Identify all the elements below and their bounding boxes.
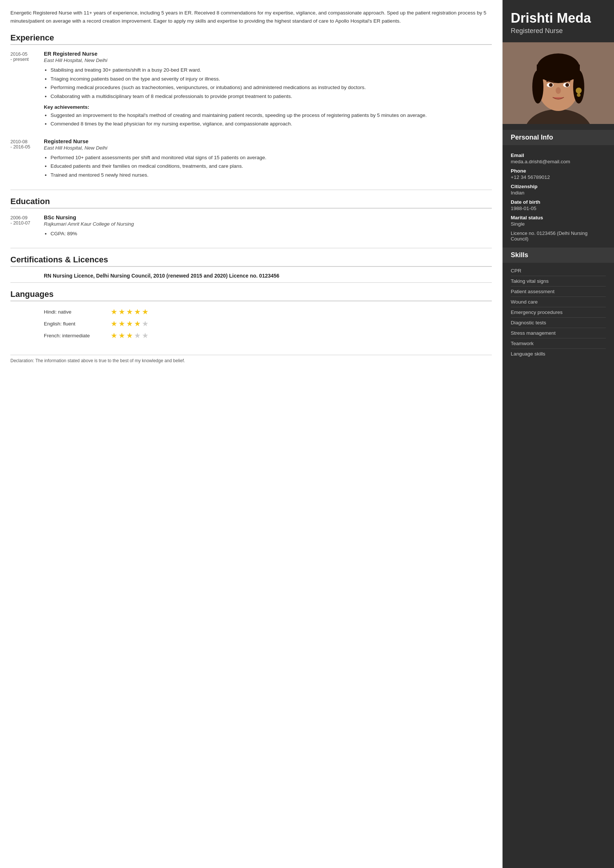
experience-entry-2: 2010-08- 2016-05 Registered Nurse East H…	[10, 138, 492, 182]
left-column: Energetic Registered Nurse with 11+ year…	[0, 0, 502, 868]
experience-content-1: ER Registered Nurse East Hill Hospital, …	[44, 51, 492, 131]
photo-placeholder	[502, 42, 614, 124]
languages-section-title: Languages	[10, 290, 492, 301]
bullet: Trained and mentored 5 newly hired nurse…	[51, 171, 492, 179]
star-empty: ★	[142, 331, 149, 340]
language-name-2: English: fluent	[44, 321, 111, 327]
experience-title-1: ER Registered Nurse	[44, 51, 492, 57]
language-name-3: French: intermediate	[44, 333, 111, 338]
svg-point-14	[577, 93, 581, 97]
cert-date	[10, 273, 44, 279]
achievement-bullet: Commended 8 times by the lead physician …	[51, 120, 492, 128]
divider	[10, 190, 492, 190]
language-row-2: English: fluent ★ ★ ★ ★ ★	[10, 319, 492, 328]
star-filled: ★	[111, 307, 117, 316]
achievements-bullets-1: Suggested an improvement to the hospital…	[44, 111, 492, 128]
profile-name-block: Drishti Meda Registered Nurse	[502, 0, 614, 42]
skill-item-2: Patient assessment	[511, 287, 606, 297]
bullet: Triaging incoming patients based on the …	[51, 75, 492, 83]
skill-item-1: Taking vital signs	[511, 276, 606, 287]
marital-label: Marital status	[511, 215, 606, 220]
language-stars-1: ★ ★ ★ ★ ★	[111, 307, 149, 316]
profile-name: Drishti Meda	[511, 10, 606, 26]
profile-title: Registered Nurse	[511, 27, 606, 35]
experience-org-2: East Hill Hospital, New Delhi	[44, 145, 492, 151]
svg-point-10	[549, 83, 553, 87]
education-date-1: 2006-09- 2010-07	[10, 214, 44, 241]
bullet: Performing medical procedures (such as t…	[51, 84, 492, 91]
bullet: Educated patients and their families on …	[51, 162, 492, 170]
marital-value: Single	[511, 221, 606, 227]
experience-bullets-2: Performed 10+ patient assessments per sh…	[44, 153, 492, 179]
bullet: Collaborating with a multidisciplinary t…	[51, 92, 492, 101]
profile-photo	[502, 42, 614, 124]
star-empty: ★	[134, 331, 141, 340]
language-stars-3: ★ ★ ★ ★ ★	[111, 331, 149, 340]
svg-point-6	[532, 70, 543, 104]
experience-bullets-1: Stabilising and treating 30+ patients/sh…	[44, 66, 492, 100]
skills-header: Skills	[502, 248, 614, 263]
experience-section-title: Experience	[10, 33, 492, 45]
star-filled: ★	[126, 319, 133, 328]
skill-item-4: Emergency procedures	[511, 307, 606, 318]
education-title-1: BSc Nursing	[44, 214, 492, 220]
citizenship-value: Indian	[511, 190, 606, 195]
svg-point-7	[573, 70, 584, 104]
experience-org-1: East Hill Hospital, New Delhi	[44, 57, 492, 63]
skills-list: CPR Taking vital signs Patient assessmen…	[502, 263, 614, 359]
right-column: Drishti Meda Registered Nurse	[502, 0, 614, 868]
skill-item-6: Stress management	[511, 328, 606, 338]
bullet: Performed 10+ patient assessments per sh…	[51, 153, 492, 162]
cert-text: RN Nursing Licence, Delhi Nursing Counci…	[44, 273, 279, 279]
bullet: Stabilising and treating 30+ patients/sh…	[51, 66, 492, 74]
email-value: meda.a.drishti@email.com	[511, 159, 606, 164]
star-filled: ★	[111, 331, 117, 340]
education-org-1: Rajkumari Amrit Kaur College of Nursing	[44, 221, 492, 227]
citizenship-label: Citizenship	[511, 184, 606, 189]
experience-date-2: 2010-08- 2016-05	[10, 138, 44, 182]
star-filled: ★	[111, 319, 117, 328]
achievement-bullet: Suggested an improvement to the hospital…	[51, 111, 492, 119]
star-filled: ★	[126, 331, 133, 340]
summary-text: Energetic Registered Nurse with 11+ year…	[10, 9, 492, 25]
svg-point-13	[576, 88, 582, 93]
phone-value: +12 34 56789012	[511, 174, 606, 180]
experience-date-1: 2016-05- present	[10, 51, 44, 131]
personal-info-header: Personal Info	[502, 130, 614, 145]
profile-avatar-svg	[502, 42, 614, 124]
email-label: Email	[511, 152, 606, 158]
key-achievements-label: Key achievements:	[44, 104, 492, 110]
declaration-text: Declaration: The information stated abov…	[10, 355, 492, 363]
star-empty: ★	[142, 319, 149, 328]
language-row-3: French: intermediate ★ ★ ★ ★ ★	[10, 331, 492, 340]
star-filled: ★	[134, 307, 141, 316]
licence-text: Licence no. 0123456 (Delhi Nursing Counc…	[502, 227, 614, 242]
svg-point-12	[556, 87, 561, 94]
star-filled: ★	[134, 319, 141, 328]
skill-item-5: Diagnostic tests	[511, 318, 606, 328]
skill-item-0: CPR	[511, 266, 606, 276]
certifications-section-title: Certifications & Licences	[10, 255, 492, 267]
experience-title-2: Registered Nurse	[44, 138, 492, 144]
dob-value: 1988-01-05	[511, 206, 606, 211]
skill-item-3: Wound care	[511, 297, 606, 307]
star-filled: ★	[118, 307, 125, 316]
skill-item-8: Language skills	[511, 349, 606, 359]
personal-info-block: Email meda.a.drishti@email.com Phone +12…	[502, 145, 614, 227]
skill-item-7: Teamwork	[511, 338, 606, 349]
dob-label: Date of birth	[511, 199, 606, 205]
certification-entry: RN Nursing Licence, Delhi Nursing Counci…	[10, 273, 492, 279]
star-filled: ★	[142, 307, 149, 316]
svg-point-11	[565, 83, 569, 87]
star-filled: ★	[118, 319, 125, 328]
star-filled: ★	[126, 307, 133, 316]
divider	[10, 248, 492, 248]
education-bullets-1: CGPA: 89%	[44, 230, 492, 238]
experience-entry-1: 2016-05- present ER Registered Nurse Eas…	[10, 51, 492, 131]
language-row-1: Hindi: native ★ ★ ★ ★ ★	[10, 307, 492, 316]
education-content-1: BSc Nursing Rajkumari Amrit Kaur College…	[44, 214, 492, 241]
divider	[10, 282, 492, 283]
star-filled: ★	[118, 331, 125, 340]
education-section-title: Education	[10, 197, 492, 209]
education-entry-1: 2006-09- 2010-07 BSc Nursing Rajkumari A…	[10, 214, 492, 241]
